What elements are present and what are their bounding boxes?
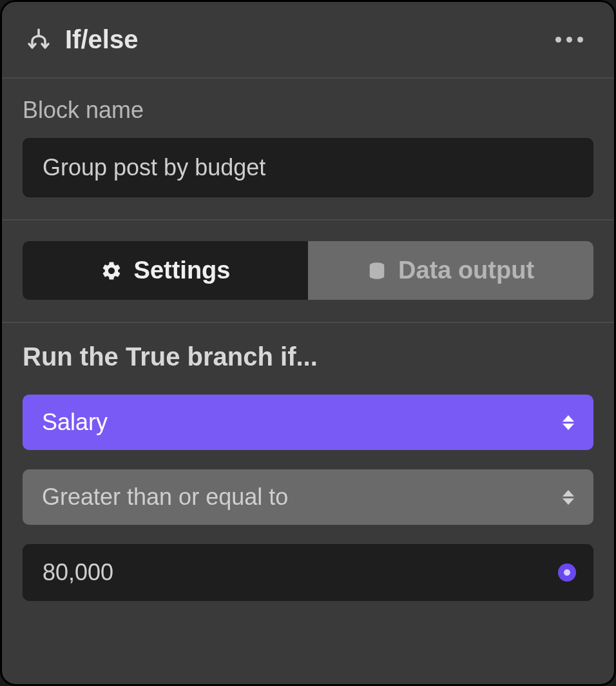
tab-data-output-label: Data output [398, 257, 534, 284]
sort-icon [563, 415, 574, 430]
condition-operator-value: Greater than or equal to [42, 484, 288, 511]
block-name-label: Block name [23, 97, 593, 124]
tab-settings[interactable]: Settings [23, 241, 308, 300]
condition-operator-select[interactable]: Greater than or equal to [23, 469, 593, 525]
variable-indicator-icon[interactable] [558, 564, 576, 582]
condition-section: Run the True branch if... Salary Greater… [2, 323, 614, 624]
block-name-section: Block name [2, 79, 614, 220]
block-name-input[interactable] [23, 138, 593, 197]
gear-icon [101, 260, 122, 282]
more-options-button[interactable] [550, 32, 588, 48]
database-icon [367, 260, 387, 282]
condition-value-input-wrap [23, 544, 593, 601]
ifelse-panel: If/else Block name Settings [0, 0, 616, 686]
tabs-section: Settings Data output [2, 220, 614, 323]
condition-field-value: Salary [42, 409, 108, 436]
panel-title: If/else [65, 25, 550, 54]
tab-settings-label: Settings [134, 257, 231, 284]
panel-header: If/else [2, 2, 614, 79]
condition-heading: Run the True branch if... [23, 342, 593, 371]
sort-icon [563, 490, 574, 505]
condition-field-select[interactable]: Salary [23, 395, 593, 450]
dots-icon [555, 37, 561, 43]
condition-value-input[interactable] [43, 559, 558, 586]
ifelse-icon [25, 26, 52, 54]
tabs: Settings Data output [23, 241, 593, 300]
tab-data-output[interactable]: Data output [308, 241, 593, 300]
